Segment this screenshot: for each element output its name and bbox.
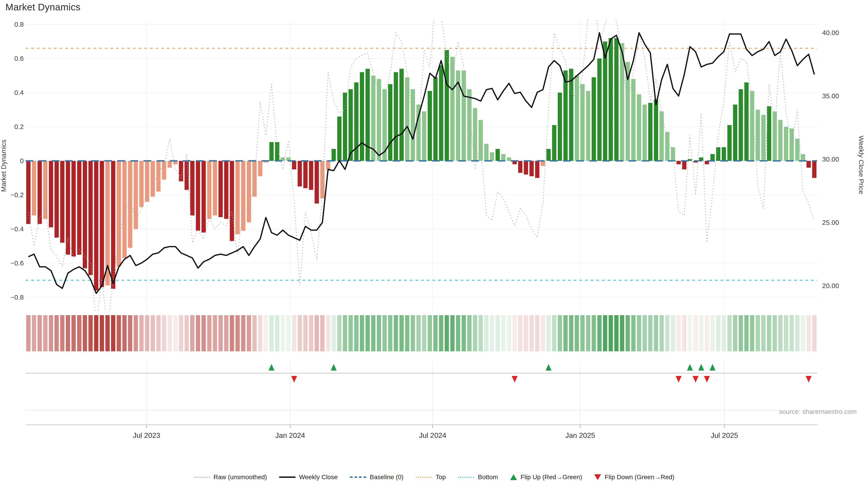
svg-text:30.00: 30.00 xyxy=(822,156,839,163)
left-axis-title: Market Dynamics xyxy=(0,140,7,192)
flip-down-markers xyxy=(291,376,811,383)
legend-label: Flip Down (Green→Red) xyxy=(604,474,674,481)
gridlines xyxy=(26,20,817,312)
legend-label: Bottom xyxy=(478,474,498,481)
x-tick-label: Jan 2024 xyxy=(275,431,305,440)
x-tick-label: Jan 2025 xyxy=(565,431,595,440)
chart-legend: Raw (unsmoothed) Weekly Close Baseline (… xyxy=(0,474,868,481)
legend-item-weekly-close: Weekly Close xyxy=(279,474,338,481)
legend-label: Flip Up (Red→Green) xyxy=(521,474,582,481)
legend-item-raw: Raw (unsmoothed) xyxy=(194,474,267,481)
legend-label: Top xyxy=(436,474,446,481)
x-tick-label: Jul 2025 xyxy=(711,431,738,440)
bottom-line-swatch xyxy=(458,477,474,478)
flip-up-icon xyxy=(510,474,517,480)
svg-text:0.2: 0.2 xyxy=(14,123,24,130)
chart-page: Market Dynamics Jul 2023Jan 2024Jul 2024… xyxy=(0,0,868,488)
left-axis-ticks: 0.80.60.40.20−0.2−0.4−0.6−0.8 xyxy=(10,21,24,301)
source-credit: source: sharemaestro.com xyxy=(0,408,857,416)
x-tick-label: Jul 2023 xyxy=(133,431,160,440)
legend-item-flip-down: Flip Down (Green→Red) xyxy=(594,474,674,481)
svg-text:20.00: 20.00 xyxy=(822,282,839,289)
legend-item-top: Top xyxy=(416,474,446,481)
legend-item-flip-up: Flip Up (Red→Green) xyxy=(510,474,582,481)
top-line-swatch xyxy=(416,477,432,478)
svg-text:40.00: 40.00 xyxy=(822,29,839,36)
svg-text:0.4: 0.4 xyxy=(14,89,24,96)
legend-label: Weekly Close xyxy=(299,474,338,481)
weekly-close-swatch xyxy=(279,477,296,478)
right-axis-title: Weekly Close Price xyxy=(858,135,865,194)
right-axis-ticks: 40.0035.0030.0025.0020.00 xyxy=(822,29,839,289)
raw-line-swatch xyxy=(194,477,210,478)
svg-text:−0.6: −0.6 xyxy=(10,259,24,267)
svg-text:0: 0 xyxy=(20,157,24,164)
heatmap-strip xyxy=(26,315,816,351)
x-tick-label: Jul 2024 xyxy=(419,431,446,440)
legend-item-baseline: Baseline (0) xyxy=(350,474,403,481)
svg-text:−0.2: −0.2 xyxy=(10,191,24,199)
legend-label: Baseline (0) xyxy=(370,474,403,481)
svg-text:−0.4: −0.4 xyxy=(10,225,24,233)
svg-text:0.6: 0.6 xyxy=(14,55,24,62)
svg-text:−0.8: −0.8 xyxy=(10,293,24,301)
svg-text:0.8: 0.8 xyxy=(14,21,24,28)
legend-item-bottom: Bottom xyxy=(458,474,498,481)
flip-up-markers xyxy=(269,364,715,370)
legend-label: Raw (unsmoothed) xyxy=(214,474,267,481)
svg-text:35.00: 35.00 xyxy=(822,92,839,100)
svg-text:25.00: 25.00 xyxy=(822,219,839,226)
flip-down-icon xyxy=(594,474,601,480)
baseline-swatch xyxy=(350,477,366,478)
